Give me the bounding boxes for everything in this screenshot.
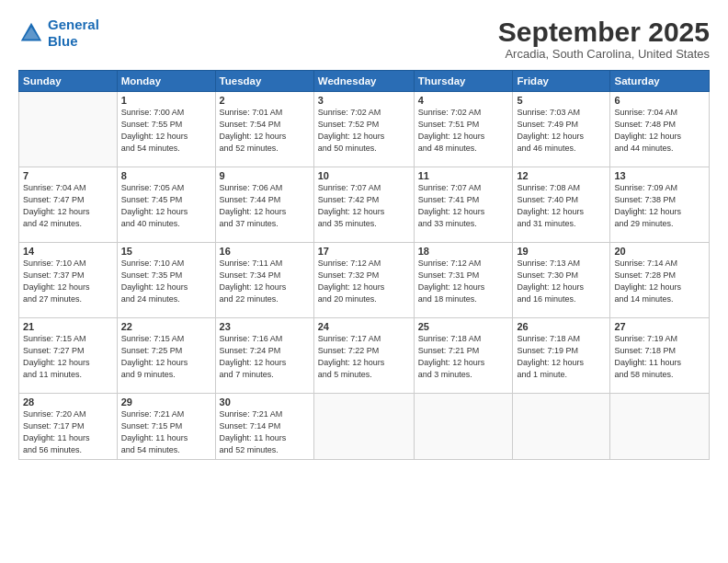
day-number: 30	[220, 396, 310, 408]
day-info: Sunrise: 7:02 AM Sunset: 7:51 PM Dayligh…	[418, 107, 509, 155]
calendar-cell: 22Sunrise: 7:15 AM Sunset: 7:25 PM Dayli…	[117, 318, 215, 394]
day-info: Sunrise: 7:19 AM Sunset: 7:18 PM Dayligh…	[614, 333, 705, 381]
calendar-cell: 5Sunrise: 7:03 AM Sunset: 7:49 PM Daylig…	[513, 92, 610, 167]
calendar-cell: 21Sunrise: 7:15 AM Sunset: 7:27 PM Dayli…	[19, 318, 118, 394]
day-number: 15	[121, 246, 211, 257]
calendar-cell: 16Sunrise: 7:11 AM Sunset: 7:34 PM Dayli…	[215, 243, 313, 318]
day-number: 11	[418, 170, 509, 181]
day-info: Sunrise: 7:16 AM Sunset: 7:24 PM Dayligh…	[220, 333, 310, 381]
day-number: 24	[318, 321, 410, 332]
day-number: 6	[614, 95, 705, 106]
title-block: September 2025 Arcadia, South Carolina, …	[498, 17, 710, 61]
day-info: Sunrise: 7:21 AM Sunset: 7:15 PM Dayligh…	[121, 408, 211, 456]
calendar-cell: 6Sunrise: 7:04 AM Sunset: 7:48 PM Daylig…	[610, 92, 710, 167]
calendar-cell: 1Sunrise: 7:00 AM Sunset: 7:55 PM Daylig…	[117, 92, 215, 167]
day-info: Sunrise: 7:17 AM Sunset: 7:22 PM Dayligh…	[318, 333, 410, 381]
day-info: Sunrise: 7:15 AM Sunset: 7:27 PM Dayligh…	[23, 333, 113, 381]
calendar-cell: 11Sunrise: 7:07 AM Sunset: 7:41 PM Dayli…	[414, 167, 513, 243]
calendar-day-header: Monday	[117, 71, 215, 92]
calendar-day-header: Saturday	[610, 71, 710, 92]
day-number: 26	[517, 321, 606, 332]
calendar-day-header: Wednesday	[313, 71, 414, 92]
calendar-cell: 26Sunrise: 7:18 AM Sunset: 7:19 PM Dayli…	[513, 318, 610, 394]
calendar-cell	[414, 394, 513, 460]
day-number: 2	[220, 95, 310, 106]
day-info: Sunrise: 7:04 AM Sunset: 7:47 PM Dayligh…	[23, 182, 113, 230]
day-number: 21	[23, 321, 113, 332]
day-info: Sunrise: 7:06 AM Sunset: 7:44 PM Dayligh…	[220, 182, 310, 230]
calendar-day-header: Friday	[513, 71, 610, 92]
day-info: Sunrise: 7:03 AM Sunset: 7:49 PM Dayligh…	[517, 107, 606, 155]
day-info: Sunrise: 7:08 AM Sunset: 7:40 PM Dayligh…	[517, 182, 606, 230]
day-info: Sunrise: 7:20 AM Sunset: 7:17 PM Dayligh…	[23, 408, 113, 456]
calendar-day-header: Tuesday	[215, 71, 313, 92]
calendar-cell: 3Sunrise: 7:02 AM Sunset: 7:52 PM Daylig…	[313, 92, 414, 167]
day-info: Sunrise: 7:12 AM Sunset: 7:31 PM Dayligh…	[418, 258, 509, 305]
calendar-cell: 10Sunrise: 7:07 AM Sunset: 7:42 PM Dayli…	[313, 167, 414, 243]
day-number: 12	[517, 170, 606, 181]
calendar-cell: 23Sunrise: 7:16 AM Sunset: 7:24 PM Dayli…	[215, 318, 313, 394]
day-info: Sunrise: 7:09 AM Sunset: 7:38 PM Dayligh…	[614, 182, 705, 230]
calendar-cell: 7Sunrise: 7:04 AM Sunset: 7:47 PM Daylig…	[19, 167, 118, 243]
day-number: 8	[121, 170, 211, 181]
day-number: 18	[418, 246, 509, 257]
calendar-cell: 2Sunrise: 7:01 AM Sunset: 7:54 PM Daylig…	[215, 92, 313, 167]
calendar-day-header: Thursday	[414, 71, 513, 92]
logo-icon	[18, 20, 44, 46]
day-number: 1	[121, 95, 211, 106]
calendar-cell: 27Sunrise: 7:19 AM Sunset: 7:18 PM Dayli…	[610, 318, 710, 394]
day-info: Sunrise: 7:07 AM Sunset: 7:41 PM Dayligh…	[418, 182, 509, 230]
calendar-cell: 12Sunrise: 7:08 AM Sunset: 7:40 PM Dayli…	[513, 167, 610, 243]
calendar-cell	[513, 394, 610, 460]
day-info: Sunrise: 7:13 AM Sunset: 7:30 PM Dayligh…	[517, 258, 606, 305]
calendar-cell: 15Sunrise: 7:10 AM Sunset: 7:35 PM Dayli…	[117, 243, 215, 318]
day-number: 14	[23, 246, 113, 257]
day-info: Sunrise: 7:14 AM Sunset: 7:28 PM Dayligh…	[614, 258, 705, 305]
logo-text: General Blue	[48, 17, 99, 50]
day-number: 29	[121, 396, 211, 408]
calendar-cell: 18Sunrise: 7:12 AM Sunset: 7:31 PM Dayli…	[414, 243, 513, 318]
day-number: 9	[220, 170, 310, 181]
calendar-day-header: Sunday	[19, 71, 118, 92]
calendar-cell: 30Sunrise: 7:21 AM Sunset: 7:14 PM Dayli…	[215, 394, 313, 460]
day-info: Sunrise: 7:01 AM Sunset: 7:54 PM Dayligh…	[220, 107, 310, 155]
day-info: Sunrise: 7:12 AM Sunset: 7:32 PM Dayligh…	[318, 258, 410, 305]
day-number: 27	[614, 321, 705, 332]
page-header: General Blue September 2025 Arcadia, Sou…	[18, 17, 710, 61]
calendar-cell: 25Sunrise: 7:18 AM Sunset: 7:21 PM Dayli…	[414, 318, 513, 394]
day-info: Sunrise: 7:10 AM Sunset: 7:37 PM Dayligh…	[23, 258, 113, 305]
logo: General Blue	[18, 17, 99, 50]
day-info: Sunrise: 7:15 AM Sunset: 7:25 PM Dayligh…	[121, 333, 211, 381]
calendar-cell: 29Sunrise: 7:21 AM Sunset: 7:15 PM Dayli…	[117, 394, 215, 460]
day-number: 16	[220, 246, 310, 257]
calendar-cell: 9Sunrise: 7:06 AM Sunset: 7:44 PM Daylig…	[215, 167, 313, 243]
calendar-header-row: SundayMondayTuesdayWednesdayThursdayFrid…	[19, 71, 710, 92]
day-number: 19	[517, 246, 606, 257]
day-number: 20	[614, 246, 705, 257]
day-info: Sunrise: 7:00 AM Sunset: 7:55 PM Dayligh…	[121, 107, 211, 155]
day-number: 13	[614, 170, 705, 181]
calendar-cell	[313, 394, 414, 460]
day-number: 4	[418, 95, 509, 106]
day-number: 5	[517, 95, 606, 106]
day-info: Sunrise: 7:10 AM Sunset: 7:35 PM Dayligh…	[121, 258, 211, 305]
day-info: Sunrise: 7:11 AM Sunset: 7:34 PM Dayligh…	[220, 258, 310, 305]
day-info: Sunrise: 7:02 AM Sunset: 7:52 PM Dayligh…	[318, 107, 410, 155]
day-info: Sunrise: 7:05 AM Sunset: 7:45 PM Dayligh…	[121, 182, 211, 230]
month-title: September 2025	[498, 17, 710, 47]
calendar-cell: 20Sunrise: 7:14 AM Sunset: 7:28 PM Dayli…	[610, 243, 710, 318]
day-number: 23	[220, 321, 310, 332]
day-number: 7	[23, 170, 113, 181]
day-info: Sunrise: 7:04 AM Sunset: 7:48 PM Dayligh…	[614, 107, 705, 155]
calendar-cell: 17Sunrise: 7:12 AM Sunset: 7:32 PM Dayli…	[313, 243, 414, 318]
calendar-cell: 14Sunrise: 7:10 AM Sunset: 7:37 PM Dayli…	[19, 243, 118, 318]
calendar-cell: 19Sunrise: 7:13 AM Sunset: 7:30 PM Dayli…	[513, 243, 610, 318]
calendar-cell: 8Sunrise: 7:05 AM Sunset: 7:45 PM Daylig…	[117, 167, 215, 243]
location: Arcadia, South Carolina, United States	[498, 47, 710, 61]
day-info: Sunrise: 7:18 AM Sunset: 7:21 PM Dayligh…	[418, 333, 509, 381]
day-number: 25	[418, 321, 509, 332]
day-info: Sunrise: 7:21 AM Sunset: 7:14 PM Dayligh…	[220, 408, 310, 456]
day-info: Sunrise: 7:07 AM Sunset: 7:42 PM Dayligh…	[318, 182, 410, 230]
day-number: 22	[121, 321, 211, 332]
calendar: SundayMondayTuesdayWednesdayThursdayFrid…	[18, 70, 710, 460]
